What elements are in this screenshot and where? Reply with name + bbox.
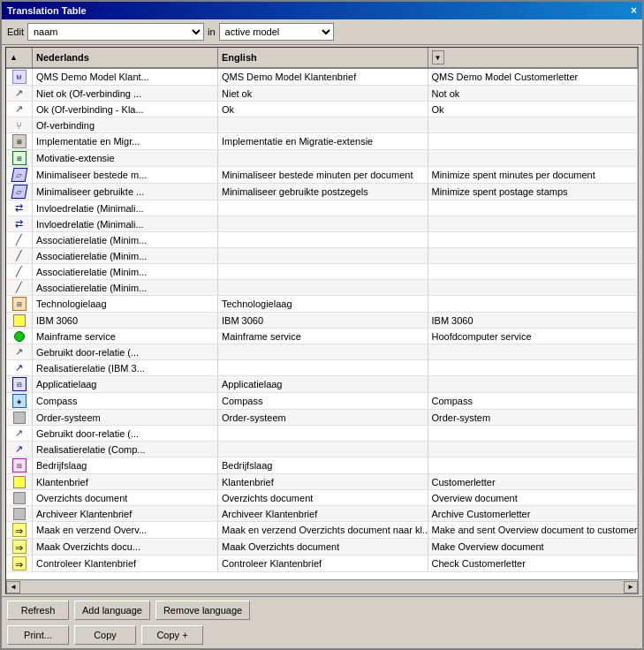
nl-cell xyxy=(218,442,428,457)
icon-cell: ⑂ xyxy=(6,117,33,132)
copy-plus-button[interactable]: Copy + xyxy=(141,625,203,645)
close-icon[interactable]: × xyxy=(631,4,637,17)
name-cell: Mainframe service xyxy=(33,329,218,344)
nl-cell: Overzichts document xyxy=(218,490,428,505)
icon-cell: ↗ xyxy=(6,86,33,101)
table-row[interactable]: ⇒Maak Overzichts docu...Maak Overzichts … xyxy=(6,539,638,556)
table-row[interactable]: ⇄Invloedrelatie (Minimali... xyxy=(6,216,638,232)
table-row[interactable]: ⑂Of-verbinding xyxy=(6,117,638,133)
table-row[interactable]: ▱Minimaliseer bestede m...Minimaliseer b… xyxy=(6,167,638,184)
en-cell: Not ok xyxy=(428,86,639,101)
add-language-button[interactable]: Add language xyxy=(74,601,150,620)
name-cell: IBM 3060 xyxy=(33,313,218,328)
context-select[interactable]: active model xyxy=(219,23,334,41)
name-cell: Applicatielaag xyxy=(33,376,218,392)
table-row[interactable]: ◈CompassCompassCompass xyxy=(6,393,638,410)
en-cell: Hoofdcomputer service xyxy=(428,329,639,344)
nl-cell xyxy=(218,232,428,247)
refresh-button[interactable]: Refresh xyxy=(7,601,69,620)
icon-cell: ⊟ xyxy=(6,457,33,473)
name-cell: QMS Demo Model Klant... xyxy=(33,69,218,85)
icon-cell: ↗ xyxy=(6,442,33,457)
icon-cell: ⇄ xyxy=(6,200,33,215)
name-cell: Minimaliseer gebruikte ... xyxy=(33,184,218,200)
bottom-bar: Refresh Add language Remove language Pri… xyxy=(2,596,642,648)
icon-cell: ⊞ xyxy=(6,133,33,149)
name-cell: Controleer Klantenbrief xyxy=(33,556,218,571)
table-row[interactable]: MQMS Demo Model Klant...QMS Demo Model K… xyxy=(6,69,638,86)
table-row[interactable]: ⊟TechnologielaagTechnologielaag xyxy=(6,296,638,313)
table-row[interactable]: ↗Gebruikt door-relatie (... xyxy=(6,426,638,442)
en-cell xyxy=(428,232,639,247)
table-row[interactable]: IBM 3060IBM 3060IBM 3060 xyxy=(6,313,638,329)
remove-language-button[interactable]: Remove language xyxy=(155,601,250,620)
name-cell: Invloedrelatie (Minimali... xyxy=(33,200,218,215)
toolbar: Edit naam in active model xyxy=(2,19,642,45)
nl-cell: Klantenbrief xyxy=(218,474,428,489)
en-cell xyxy=(428,426,639,441)
name-cell: Realisatierelatie (Comp... xyxy=(33,442,218,457)
table-row[interactable]: ▱Minimaliseer gebruikte ...Minimaliseer … xyxy=(6,184,638,200)
en-cell: QMS Demo Model Customerletter xyxy=(428,69,639,85)
nl-cell: Technologielaag xyxy=(218,296,428,312)
icon-cell xyxy=(6,329,33,344)
table-row[interactable]: ⊟ApplicatielaagApplicatielaag xyxy=(6,376,638,393)
table-body: MQMS Demo Model Klant...QMS Demo Model K… xyxy=(6,69,638,579)
en-cell xyxy=(428,376,639,392)
en-cell xyxy=(428,264,639,279)
table-row[interactable]: Mainframe serviceMainframe serviceHoofdc… xyxy=(6,329,638,344)
table-header: ▲ Nederlands English ▼ xyxy=(6,48,638,69)
nl-cell: IBM 3060 xyxy=(218,313,428,328)
table-row[interactable]: ╱Associatierelatie (Minim... xyxy=(6,232,638,248)
table-row[interactable]: ⊞Implementatie en Migr...Implementatie e… xyxy=(6,133,638,150)
buttons-row1: Refresh Add language Remove language xyxy=(7,601,637,620)
table-row[interactable]: ⇒Controleer KlantenbriefControleer Klant… xyxy=(6,556,638,572)
en-cell: Make Overview document xyxy=(428,539,639,555)
en-cell: Ok xyxy=(428,102,639,117)
table-row[interactable]: KlantenbriefKlantenbriefCustomerletter xyxy=(6,474,638,490)
table-row[interactable]: Order-systeemOrder-systeemOrder-system xyxy=(6,410,638,426)
nl-cell: Controleer Klantenbrief xyxy=(218,556,428,571)
table-row[interactable]: ⊞Motivatie-extensie xyxy=(6,150,638,167)
table-row[interactable]: ↗Ok (Of-verbinding - Kla...OkOk xyxy=(6,102,638,117)
name-cell: Of-verbinding xyxy=(33,117,218,132)
table-row[interactable]: ⊟BedrijfslaagBedrijfslaag xyxy=(6,457,638,474)
table-row[interactable]: Archiveer KlantenbriefArchiveer Klantenb… xyxy=(6,506,638,522)
icon-cell xyxy=(6,313,33,328)
table-row[interactable]: ↗Realisatierelatie (IBM 3... xyxy=(6,360,638,376)
nl-cell xyxy=(218,248,428,263)
table-row[interactable]: ↗Gebruikt door-relatie (... xyxy=(6,344,638,360)
nl-cell xyxy=(218,117,428,132)
translation-table-window: Translation Table × Edit naam in active … xyxy=(0,0,644,650)
table-row[interactable]: ↗Realisatierelatie (Comp... xyxy=(6,442,638,457)
table-row[interactable]: ╱Associatierelatie (Minim... xyxy=(6,264,638,280)
en-cell xyxy=(428,150,639,166)
en-cell xyxy=(428,457,639,473)
en-cell xyxy=(428,442,639,457)
table-row[interactable]: ↗Niet ok (Of-verbinding ...Niet okNot ok xyxy=(6,86,638,102)
table-row[interactable]: ⇄Invloedrelatie (Minimali... xyxy=(6,200,638,216)
name-cell: Realisatierelatie (IBM 3... xyxy=(33,360,218,375)
nl-cell: QMS Demo Model Klantenbrief xyxy=(218,69,428,85)
header-name-col: Nederlands xyxy=(33,48,218,67)
name-cell: Bedrijfslaag xyxy=(33,457,218,473)
print-button[interactable]: Print... xyxy=(7,625,69,645)
icon-cell: ↗ xyxy=(6,102,33,117)
name-cell: Archiveer Klantenbrief xyxy=(33,506,218,521)
horizontal-scrollbar[interactable]: ◄ ► xyxy=(6,579,638,593)
field-select[interactable]: naam xyxy=(27,23,204,41)
icon-cell: ↗ xyxy=(6,426,33,441)
nl-cell: Archiveer Klantenbrief xyxy=(218,506,428,521)
nl-cell xyxy=(218,150,428,166)
nl-cell xyxy=(218,360,428,375)
nl-cell: Ok xyxy=(218,102,428,117)
table-row[interactable]: ╱Associatierelatie (Minim... xyxy=(6,280,638,296)
title-bar: Translation Table × xyxy=(2,2,642,19)
name-cell: Compass xyxy=(33,393,218,409)
table-row[interactable]: Overzichts documentOverzichts documentOv… xyxy=(6,490,638,506)
icon-cell: ⊟ xyxy=(6,296,33,312)
copy-button[interactable]: Copy xyxy=(74,625,136,645)
table-row[interactable]: ╱Associatierelatie (Minim... xyxy=(6,248,638,264)
edit-label: Edit xyxy=(7,26,24,37)
table-row[interactable]: ⇒Maak en verzend Overv...Maak en verzend… xyxy=(6,522,638,539)
